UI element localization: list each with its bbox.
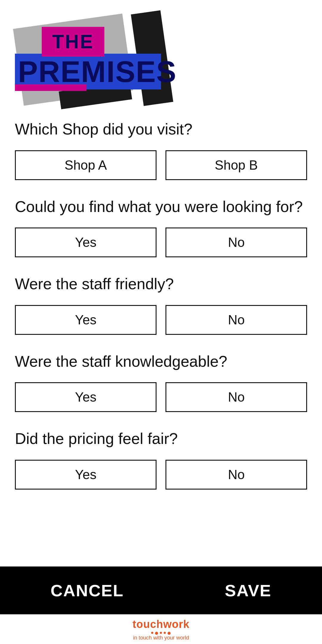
button-row-pricing_fair: YesNo <box>15 460 307 490</box>
question-label-staff_knowledgeable: Were the staff knowledgeable? <box>15 352 307 372</box>
logo-magenta-bottom-bar <box>15 84 86 91</box>
cancel-button[interactable]: CANCEL <box>33 575 142 606</box>
dot-4 <box>164 632 166 634</box>
footer: touchwork in touch with your world <box>0 614 322 644</box>
answer-btn-find_item-1[interactable]: No <box>165 227 307 257</box>
question-label-shop_visit: Which Shop did you visit? <box>15 119 307 140</box>
logo-premises-text: PREMISES <box>18 57 177 86</box>
touchwork-text: touchwork <box>132 618 189 630</box>
questions-container: Which Shop did you visit?Shop AShop BCou… <box>15 119 307 490</box>
answer-btn-find_item-0[interactable]: Yes <box>15 227 157 257</box>
touchwork-brand: touchwork <box>132 618 189 631</box>
answer-btn-pricing_fair-1[interactable]: No <box>165 460 307 490</box>
button-row-find_item: YesNo <box>15 227 307 257</box>
touch-text: touch <box>132 618 163 630</box>
answer-btn-pricing_fair-0[interactable]: Yes <box>15 460 157 490</box>
logo-container: PREMISES THE <box>15 12 176 107</box>
answer-btn-shop_visit-0[interactable]: Shop A <box>15 150 157 180</box>
question-label-find_item: Could you find what you were looking for… <box>15 197 307 217</box>
logo-blue-bar: PREMISES <box>15 54 161 89</box>
button-row-staff_knowledgeable: YesNo <box>15 382 307 412</box>
save-button[interactable]: SAVE <box>207 575 289 606</box>
touchwork-logo: touchwork in touch with your world <box>132 618 189 641</box>
answer-btn-staff_knowledgeable-0[interactable]: Yes <box>15 382 157 412</box>
answer-btn-shop_visit-1[interactable]: Shop B <box>165 150 307 180</box>
button-row-shop_visit: Shop AShop B <box>15 150 307 180</box>
dot-3 <box>160 632 162 634</box>
logo-magenta-box: THE <box>42 27 104 57</box>
answer-btn-staff_knowledgeable-1[interactable]: No <box>165 382 307 412</box>
answer-btn-staff_friendly-1[interactable]: No <box>165 305 307 335</box>
dot-5 <box>168 632 171 635</box>
dot-2 <box>155 632 158 635</box>
dot-1 <box>151 632 153 634</box>
button-row-staff_friendly: YesNo <box>15 305 307 335</box>
bottom-action-bar: CANCEL SAVE <box>0 566 322 614</box>
work-text: work <box>163 618 189 630</box>
question-label-pricing_fair: Did the pricing feel fair? <box>15 429 307 449</box>
logo-the-text: THE <box>52 31 94 53</box>
touchwork-dots <box>151 632 171 635</box>
main-content: PREMISES THE Which Shop did you visit?Sh… <box>0 0 322 566</box>
answer-btn-staff_friendly-0[interactable]: Yes <box>15 305 157 335</box>
touchwork-tagline: in touch with your world <box>133 635 189 641</box>
question-label-staff_friendly: Were the staff friendly? <box>15 274 307 294</box>
